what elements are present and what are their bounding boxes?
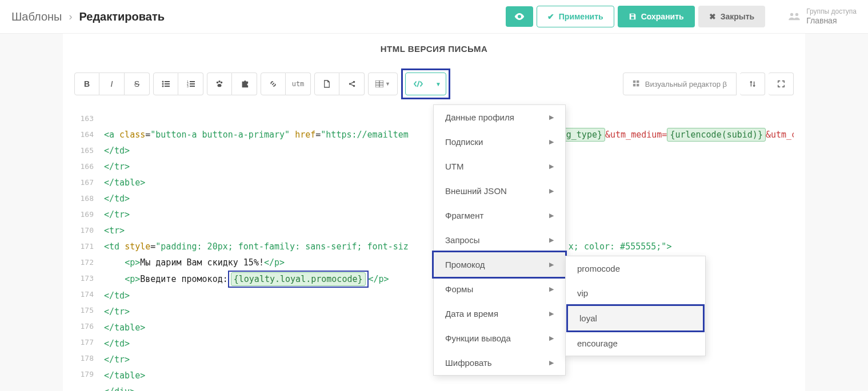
file-icon <box>323 80 330 88</box>
promocode-submenu[interactable]: promocodeviployalencourage <box>565 256 706 356</box>
close-icon: ✖ <box>709 12 716 21</box>
svg-point-0 <box>790 13 793 16</box>
variable-chip: g_type} <box>563 128 605 142</box>
dropdown-item[interactable]: Промокод▶ <box>434 252 565 277</box>
dropdown-item[interactable]: Дата и время▶ <box>434 301 565 326</box>
dropdown-item[interactable]: Данные профиля▶ <box>434 105 565 130</box>
check-icon: ✔ <box>547 12 554 21</box>
breadcrumb-root[interactable]: Шаблоны <box>11 10 62 23</box>
chevron-right-icon: ▶ <box>549 163 554 170</box>
eye-icon <box>514 13 525 21</box>
share-icon <box>348 80 356 88</box>
list-ul-icon <box>162 80 170 87</box>
link-icon <box>269 80 277 88</box>
svg-point-16 <box>221 82 223 84</box>
utm-button[interactable]: utm <box>286 72 311 95</box>
svg-point-14 <box>217 82 219 84</box>
svg-point-17 <box>218 84 222 87</box>
svg-point-2 <box>162 81 164 83</box>
dropdown-item[interactable]: Шифровать▶ <box>434 350 565 375</box>
dropdown-item[interactable]: Фрагмент▶ <box>434 203 565 228</box>
save-button[interactable]: Сохранить <box>618 6 695 27</box>
dropdown-item[interactable]: Подписки▶ <box>434 130 565 154</box>
list-ol-icon: 123 <box>187 80 195 87</box>
paw-icon <box>215 80 223 88</box>
caret-down-icon[interactable]: ▼ <box>431 73 446 95</box>
fullscreen-button[interactable] <box>769 72 794 95</box>
access-group-value: Главная <box>806 16 857 26</box>
chevron-right-icon: ▶ <box>549 114 554 121</box>
svg-point-15 <box>218 80 221 83</box>
svg-rect-3 <box>165 81 170 82</box>
link-button[interactable] <box>261 72 286 95</box>
puzzle-button[interactable] <box>232 72 257 95</box>
strikethrough-button[interactable]: S <box>125 72 150 95</box>
svg-text:3: 3 <box>187 84 189 87</box>
sort-icon <box>749 80 757 88</box>
svg-point-4 <box>162 83 164 85</box>
section-title: HTML ВЕРСИЯ ПИСЬМА <box>74 34 794 64</box>
svg-rect-11 <box>190 83 195 84</box>
dropdown-item[interactable]: Формы▶ <box>434 277 565 301</box>
svg-point-18 <box>349 83 351 85</box>
save-icon <box>629 13 637 21</box>
chevron-right-icon: › <box>69 11 72 23</box>
caret-down-icon: ▼ <box>385 81 390 87</box>
apply-button[interactable]: ✔ Применить <box>537 6 614 27</box>
chevron-right-icon: ▶ <box>549 359 554 366</box>
chevron-right-icon: ▶ <box>549 285 554 293</box>
italic-button[interactable]: I <box>99 72 125 95</box>
close-button[interactable]: ✖ Закрыть <box>698 6 766 27</box>
dropdown-item[interactable]: Функции вывода▶ <box>434 326 565 350</box>
access-group[interactable]: Группы доступа Главная <box>788 7 857 25</box>
svg-rect-13 <box>190 86 195 87</box>
promocode-variable-highlight: {loyalty.loyal.promocode} <box>228 271 369 288</box>
svg-rect-7 <box>165 86 170 87</box>
svg-rect-26 <box>637 80 639 83</box>
table-button[interactable]: ▼ <box>368 72 398 95</box>
grid-icon <box>633 80 641 88</box>
paw-button[interactable] <box>207 72 232 95</box>
chevron-right-icon: ▶ <box>549 138 554 146</box>
dropdown-item[interactable]: Запросы▶ <box>434 228 565 252</box>
access-group-label: Группы доступа <box>806 7 857 15</box>
svg-point-6 <box>162 86 164 87</box>
table-icon <box>375 80 383 87</box>
code-icon <box>413 80 423 88</box>
svg-point-1 <box>795 13 798 16</box>
bold-button[interactable]: B <box>74 72 99 95</box>
chevron-right-icon: ▶ <box>549 212 554 219</box>
submenu-item[interactable]: loyal <box>568 306 703 330</box>
svg-rect-28 <box>637 84 639 86</box>
svg-rect-25 <box>633 80 635 83</box>
page-header: Шаблоны › Редактировать ✔ Применить Сохр… <box>0 0 868 34</box>
list-ol-button[interactable]: 123 <box>178 72 203 95</box>
chevron-right-icon: ▶ <box>549 187 554 195</box>
editor-toolbar: B I S 123 utm <box>74 64 794 111</box>
sort-button[interactable] <box>740 72 765 95</box>
chevron-right-icon: ▶ <box>549 334 554 342</box>
chevron-right-icon: ▶ <box>549 236 554 244</box>
submenu-item[interactable]: encourage <box>566 331 705 356</box>
submenu-item[interactable]: promocode <box>566 256 705 281</box>
svg-rect-5 <box>165 83 170 84</box>
insert-variable-button[interactable]: ▼ <box>405 72 446 95</box>
submenu-item[interactable]: vip <box>566 281 705 305</box>
file-button[interactable] <box>314 72 339 95</box>
variable-chip: {urlencode(subid)} <box>667 128 766 142</box>
line-gutter: 1631641651661671681691701711721731741751… <box>74 111 97 382</box>
header-actions: ✔ Применить Сохранить ✖ Закрыть <box>506 6 765 27</box>
list-ul-button[interactable] <box>153 72 178 95</box>
visual-editor-button[interactable]: Визуальный редактор β <box>623 72 737 95</box>
users-icon <box>788 12 801 21</box>
variable-dropdown[interactable]: Данные профиля▶Подписки▶UTM▶Внешний JSON… <box>433 104 566 376</box>
chevron-right-icon: ▶ <box>549 261 554 268</box>
breadcrumb-current: Редактировать <box>79 10 165 23</box>
breadcrumb: Шаблоны › Редактировать <box>11 10 165 23</box>
svg-rect-27 <box>633 84 635 86</box>
svg-rect-9 <box>190 81 195 82</box>
dropdown-item[interactable]: UTM▶ <box>434 154 565 179</box>
dropdown-item[interactable]: Внешний JSON▶ <box>434 179 565 203</box>
preview-button[interactable] <box>506 6 533 27</box>
share-button[interactable] <box>339 72 365 95</box>
